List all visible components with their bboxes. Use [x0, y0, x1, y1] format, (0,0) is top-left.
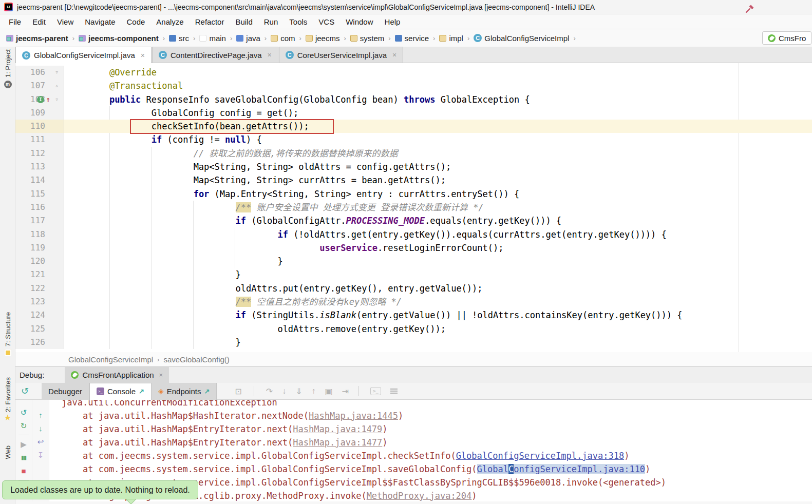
gutter[interactable]: 111 — [15, 133, 64, 146]
tool-button-web[interactable]: Web — [0, 445, 15, 459]
line-number[interactable]: 109 — [15, 106, 45, 120]
gutter[interactable]: 118 — [15, 228, 64, 241]
implement-method-icon[interactable]: I — [37, 96, 44, 103]
run-configuration-selector[interactable]: CmsFro — [762, 31, 811, 45]
line-number[interactable]: 106 — [15, 66, 45, 79]
gutter[interactable]: 117 — [15, 214, 64, 227]
line-number[interactable]: 123 — [15, 295, 45, 308]
close-icon[interactable]: × — [268, 51, 272, 59]
breadcrumb-item-main[interactable]: main — [199, 34, 226, 43]
gutter[interactable]: 121 — [15, 268, 64, 281]
line-number[interactable]: 118 — [15, 228, 45, 241]
menu-item-build[interactable]: Build — [230, 16, 258, 28]
line-number[interactable]: 107 — [15, 79, 45, 92]
close-icon[interactable]: × — [159, 371, 163, 379]
step-out-icon[interactable]: ↑ — [308, 386, 319, 396]
debug-tab-endpoints[interactable]: ◈Endpoints↗ — [152, 383, 217, 400]
menu-item-edit[interactable]: Edit — [27, 16, 51, 28]
menu-item-analyze[interactable]: Analyze — [150, 16, 189, 28]
breadcrumb-item-jeecms-parent[interactable]: jeecms-parent — [6, 34, 68, 43]
close-icon[interactable]: × — [392, 51, 396, 59]
menu-item-window[interactable]: Window — [340, 16, 379, 28]
stack-trace-link[interactable]: HashMap.java:1445 — [309, 411, 398, 421]
gutter[interactable]: 116 — [15, 201, 64, 214]
code-editor[interactable]: 106▿ @Override107▵ @Transactional108▿I↑ … — [15, 63, 812, 352]
drop-frame-icon[interactable]: ▣ — [322, 386, 336, 396]
gutter[interactable]: 115 — [15, 187, 64, 201]
line-number[interactable]: 119 — [15, 241, 45, 255]
menu-item-tools[interactable]: Tools — [284, 16, 313, 28]
breadcrumb-item-globalconfigserviceimpl[interactable]: CGlobalConfigServiceImpl — [474, 34, 569, 43]
line-number[interactable]: 125 — [15, 322, 45, 336]
gutter[interactable]: 113 — [15, 160, 64, 173]
pause-program-icon[interactable]: ▮▮ — [21, 453, 26, 462]
rerun-application-icon[interactable]: ↺ — [21, 408, 27, 417]
soft-wrap-icon[interactable]: ↩ — [37, 437, 44, 446]
line-number[interactable]: 126 — [15, 336, 45, 349]
gutter[interactable]: 125 — [15, 322, 64, 336]
force-step-into-icon[interactable]: ⇓ — [292, 386, 306, 396]
menu-item-refactor[interactable]: Refactor — [190, 16, 230, 28]
reload-changed-classes-icon[interactable]: ↻ — [21, 421, 27, 430]
editor-tab[interactable]: CContentDirectivePage.java× — [152, 47, 278, 63]
tool-button-favorites[interactable]: 2: Favorites ★ — [0, 377, 15, 421]
menu-item-code[interactable]: Code — [121, 16, 150, 28]
step-over-icon[interactable]: ↷ — [262, 386, 276, 396]
build-hammer-icon[interactable] — [744, 3, 756, 16]
line-number[interactable]: 115 — [15, 187, 45, 201]
menu-item-view[interactable]: View — [51, 16, 79, 28]
stack-trace-link[interactable]: Global — [477, 464, 508, 474]
gutter[interactable]: 114 — [15, 173, 64, 187]
stack-trace-link[interactable]: GlobalConfigServiceImpl.java:318 — [456, 451, 625, 461]
menu-item-run[interactable]: Run — [258, 16, 284, 28]
breadcrumb-item-src[interactable]: src — [169, 34, 189, 43]
gutter[interactable]: 126 — [15, 336, 64, 349]
breadcrumb-class[interactable]: GlobalConfigServiceImpl — [68, 355, 153, 364]
fold-marker-icon[interactable]: ▿ — [55, 66, 59, 79]
fold-marker-icon[interactable]: ▵ — [55, 79, 59, 92]
settings-icon[interactable] — [390, 389, 398, 394]
line-number[interactable]: 113 — [15, 160, 45, 173]
gutter[interactable]: 112 — [15, 147, 64, 160]
line-number[interactable]: 112 — [15, 147, 45, 160]
gutter[interactable]: 124 — [15, 308, 64, 322]
line-number[interactable]: 121 — [15, 268, 45, 281]
gutter[interactable]: 123 — [15, 295, 64, 308]
gutter[interactable]: 109 — [15, 106, 64, 120]
gutter[interactable]: 120 — [15, 255, 64, 268]
stack-trace-link[interactable]: C — [508, 464, 514, 474]
up-stack-frame-icon[interactable]: ↑ — [39, 411, 43, 419]
line-number[interactable]: 116 — [15, 201, 45, 214]
reload-notification[interactable]: Loaded classes are up to date. Nothing t… — [2, 480, 198, 499]
line-number[interactable]: 122 — [15, 282, 45, 295]
gutter[interactable]: 108▿I↑ — [15, 93, 64, 106]
breadcrumb-item-jeecms-component[interactable]: jeecms-component — [79, 34, 159, 43]
tool-button-structure[interactable]: 7: Structure — [0, 312, 15, 356]
scroll-to-end-icon[interactable]: ↧ — [37, 451, 44, 459]
line-number[interactable]: 114 — [15, 173, 45, 187]
line-number[interactable]: 120 — [15, 255, 45, 268]
run-to-cursor-icon[interactable]: ⇥ — [338, 386, 352, 396]
stack-trace-link[interactable]: onfigServiceImpl.java:110 — [514, 464, 645, 474]
evaluate-expression-icon[interactable]: >_ — [370, 387, 381, 395]
line-number[interactable]: 117 — [15, 214, 45, 227]
breadcrumb-item-system[interactable]: system — [350, 34, 385, 43]
fold-marker-icon[interactable]: ▿ — [55, 93, 59, 106]
show-execution-point-icon[interactable]: ⊡ — [231, 386, 245, 396]
stop-icon[interactable]: ■ — [21, 467, 26, 475]
override-arrow-icon[interactable]: ↑ — [46, 93, 50, 106]
breadcrumb-item-java[interactable]: java — [236, 34, 260, 43]
stack-trace-link[interactable]: MethodProxy.java:204 — [367, 491, 472, 501]
line-number[interactable]: 111 — [15, 133, 45, 146]
gutter[interactable]: 122 — [15, 282, 64, 295]
step-into-icon[interactable]: ↓ — [278, 386, 290, 396]
menu-item-navigate[interactable]: Navigate — [79, 16, 121, 28]
maven-icon[interactable]: m — [4, 81, 12, 88]
close-icon[interactable]: × — [141, 51, 145, 60]
breadcrumb-method[interactable]: saveGlobalConfig() — [163, 355, 229, 364]
breadcrumb-item-service[interactable]: service — [395, 34, 429, 43]
console-scrollbar-track[interactable] — [15, 501, 812, 504]
gutter[interactable]: 110 — [15, 120, 64, 133]
resume-program-icon[interactable]: ▶ — [21, 440, 27, 449]
gutter[interactable]: 119 — [15, 241, 64, 255]
